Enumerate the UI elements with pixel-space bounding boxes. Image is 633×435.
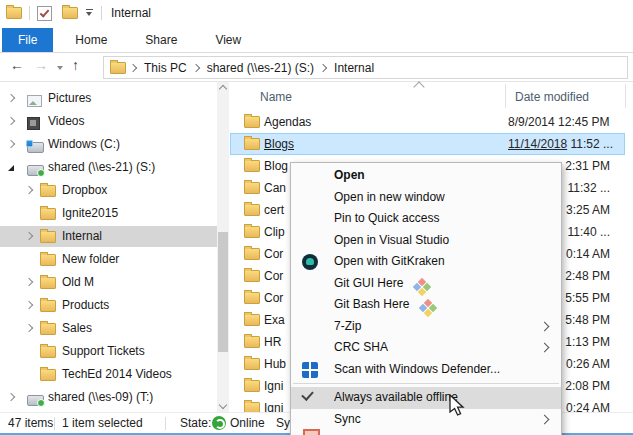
folder-icon	[40, 300, 56, 312]
file-name[interactable]: HR	[264, 331, 281, 353]
chevron-collapsed-icon[interactable]	[25, 324, 33, 332]
tab-home[interactable]: Home	[59, 28, 123, 52]
sidebar-scrollbar[interactable]	[217, 82, 229, 412]
folder-icon	[244, 204, 260, 216]
sort-ascending-icon	[413, 81, 424, 92]
menu-item-open-in-new-window[interactable]: Open in new window	[291, 187, 561, 209]
breadcrumb-chevron-icon[interactable]	[319, 63, 327, 71]
title-bar: Internal	[0, 0, 633, 26]
sidebar-item-shared-es-09-t[interactable]: shared (\\es-09) (T:)	[0, 387, 217, 408]
folder-icon	[244, 182, 260, 194]
scrollbar-thumb[interactable]	[218, 232, 228, 352]
file-name[interactable]: cert	[264, 199, 284, 221]
file-name[interactable]: Agendas	[264, 111, 311, 133]
checkmark-icon	[301, 388, 314, 401]
breadcrumb-chevron-icon[interactable]	[191, 63, 199, 71]
tab-file[interactable]: File	[2, 28, 53, 52]
chevron-expanded-icon[interactable]	[8, 165, 14, 171]
sidebar-item-ignite2015[interactable]: Ignite2015	[0, 203, 217, 224]
sidebar-item-products[interactable]: Products	[0, 295, 217, 316]
mouse-cursor-icon	[448, 394, 466, 418]
folder-icon	[244, 292, 260, 304]
divider	[165, 417, 166, 430]
menu-item-sync[interactable]: Sync	[291, 409, 561, 431]
menu-item-pin-to-quick-access[interactable]: Pin to Quick access	[291, 208, 561, 230]
qat-properties-checkbox-icon[interactable]	[37, 6, 52, 21]
up-button[interactable]: ↑	[72, 57, 79, 73]
chevron-collapsed-icon[interactable]	[25, 278, 33, 286]
folder-icon	[40, 323, 56, 335]
file-name[interactable]: Cor	[264, 287, 283, 309]
file-name[interactable]: Can	[264, 177, 286, 199]
breadcrumb-chevron-icon[interactable]	[129, 63, 137, 71]
breadcrumb-segment[interactable]: Internal	[332, 61, 376, 75]
column-divider[interactable]	[505, 84, 506, 108]
file-name[interactable]: Blog	[264, 155, 288, 177]
sidebar-item-pictures[interactable]: Pictures	[0, 88, 217, 109]
sidebar-item-support-tickets[interactable]: Support Tickets	[0, 341, 217, 362]
chevron-collapsed-icon[interactable]	[7, 393, 15, 401]
divider	[29, 6, 30, 20]
breadcrumb-segment[interactable]: This PC	[142, 61, 189, 75]
sidebar-item-teched-2014-videos[interactable]: TechEd 2014 Videos	[0, 364, 217, 385]
sidebar-item-label: shared (\\es-21) (S:)	[48, 157, 155, 178]
breadcrumb-segment[interactable]: shared (\\es-21) (S:)	[205, 61, 316, 75]
chevron-collapsed-icon[interactable]	[25, 186, 33, 194]
column-header-date-modified[interactable]: Date modified	[515, 90, 589, 104]
chevron-collapsed-icon[interactable]	[7, 140, 15, 148]
menu-item-open-with-gitkraken[interactable]: Open with GitKraken	[291, 251, 561, 273]
column-divider[interactable]	[625, 84, 626, 108]
folder-icon	[40, 277, 56, 289]
sidebar-item-sales[interactable]: Sales	[0, 318, 217, 339]
tab-view[interactable]: View	[199, 28, 257, 52]
menu-item-7-zip[interactable]: 7-Zip	[291, 316, 561, 338]
file-name[interactable]: Igni	[264, 375, 283, 397]
file-name[interactable]: Hub	[264, 353, 286, 375]
file-name[interactable]: Cor	[264, 265, 283, 287]
context-menu: OpenOpen in new windowPin to Quick acces…	[290, 162, 562, 435]
menu-item-always-available-offline[interactable]: Always available offline	[291, 387, 561, 409]
table-row[interactable]: Agendas8/9/2014 12:45 PM	[230, 111, 625, 133]
back-button[interactable]: ←	[10, 57, 24, 73]
scroll-down-icon[interactable]	[219, 401, 227, 409]
column-header-name[interactable]: Name	[260, 90, 292, 104]
menu-item-open-in-visual-studio[interactable]: Open in Visual Studio	[291, 230, 561, 252]
sidebar-item-label: Old M	[62, 272, 94, 293]
scroll-up-icon[interactable]	[219, 85, 227, 93]
sidebar-item-label: TechEd 2014 Videos	[62, 364, 172, 385]
menu-item-open[interactable]: Open	[291, 165, 561, 187]
divider	[101, 6, 102, 20]
menu-item-git-bash-here[interactable]: Git Bash Here	[291, 294, 561, 316]
sidebar-item-label: Videos	[48, 111, 84, 132]
file-name[interactable]: Blogs	[264, 133, 294, 155]
chevron-collapsed-icon[interactable]	[25, 232, 33, 240]
menu-item-scan-with-windows-defender[interactable]: Scan with Windows Defender...	[291, 359, 561, 381]
sidebar-item-videos[interactable]: Videos	[0, 111, 217, 132]
sidebar-item-internal[interactable]: Internal	[0, 226, 217, 247]
file-name[interactable]: Exa	[264, 309, 285, 331]
menu-item-git-gui-here[interactable]: Git GUI Here	[291, 273, 561, 295]
qat-customize-chevron-down-icon[interactable]	[86, 9, 94, 17]
videos-icon	[27, 117, 40, 130]
chevron-collapsed-icon[interactable]	[25, 301, 33, 309]
menu-item-crc-sha[interactable]: CRC SHA	[291, 337, 561, 359]
chevron-collapsed-icon[interactable]	[7, 117, 15, 125]
sidebar-item-shared-es-21-s[interactable]: shared (\\es-21) (S:)	[0, 157, 217, 178]
folder-icon	[244, 314, 260, 326]
sidebar-item-old-m[interactable]: Old M	[0, 272, 217, 293]
sidebar-item-dropbox[interactable]: Dropbox	[0, 180, 217, 201]
file-name[interactable]: Clip	[264, 221, 285, 243]
address-breadcrumb[interactable]: This PCshared (\\es-21) (S:)Internal	[103, 56, 628, 79]
sidebar-item-new-folder[interactable]: New folder	[0, 249, 217, 270]
tab-share[interactable]: Share	[129, 28, 193, 52]
folder-icon	[40, 208, 56, 220]
online-status-icon	[212, 416, 226, 430]
recent-locations-chevron-icon[interactable]	[57, 66, 63, 70]
qat-new-folder-icon[interactable]	[62, 7, 78, 19]
file-name[interactable]: Cor	[264, 243, 283, 265]
app-folder-icon	[6, 7, 22, 19]
forward-button[interactable]: →	[34, 57, 48, 73]
chevron-collapsed-icon[interactable]	[7, 94, 15, 102]
sidebar-item-windows-c[interactable]: Windows (C:)	[0, 134, 217, 155]
table-row[interactable]: Blogs11/14/2018 11:52 ...	[230, 133, 625, 155]
